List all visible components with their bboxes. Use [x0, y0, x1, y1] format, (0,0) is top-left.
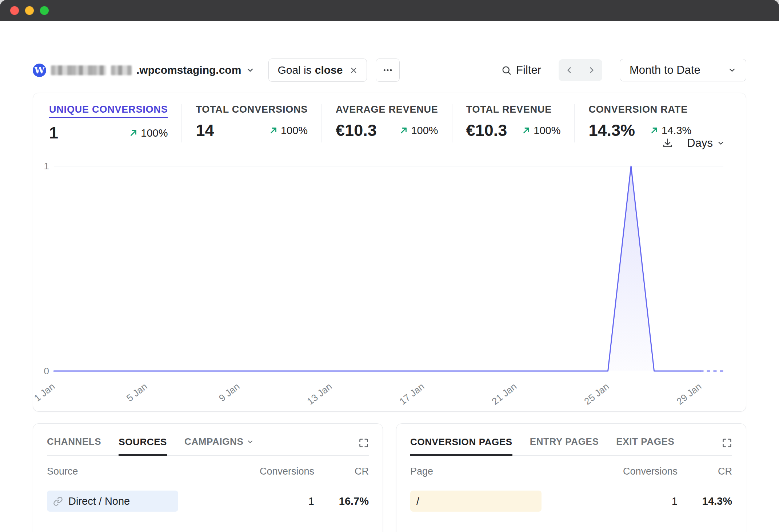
header-actions: Filter Month to Date [501, 59, 746, 81]
metric-average-revenue[interactable]: AVERAGE REVENUE €10.3 100% [321, 104, 452, 142]
filter-label: Filter [516, 64, 541, 77]
trend-up-icon [650, 126, 659, 135]
chevron-down-icon [717, 139, 725, 147]
x-axis-labels: 1 Jan5 Jan9 Jan13 Jan17 Jan21 Jan25 Jan2… [53, 381, 724, 421]
trend-up-icon [269, 126, 278, 135]
metric-total-revenue[interactable]: TOTAL REVENUE €10.3 100% [452, 104, 575, 142]
chevron-left-icon [565, 65, 574, 75]
ellipsis-icon [382, 65, 393, 76]
site-domain: .wpcomstaging.com [136, 64, 241, 76]
expand-panel-button[interactable] [722, 438, 732, 455]
row-share-bar [410, 491, 542, 512]
column-page: Page [410, 466, 598, 477]
metric-unique-conversions[interactable]: UNIQUE CONVERSIONS 1 100% [49, 104, 181, 142]
source-cr: 16.7% [314, 495, 369, 507]
x-axis-label: 1 Jan [32, 381, 57, 404]
metrics-card: UNIQUE CONVERSIONS 1 100% TOTAL CONVERSI… [33, 93, 746, 412]
x-axis-label: 9 Jan [217, 381, 242, 404]
column-cr: CR [314, 466, 369, 477]
tab-sources[interactable]: SOURCES [119, 436, 167, 456]
tab-conversion-pages[interactable]: CONVERSION PAGES [410, 436, 512, 456]
tab-campaigns[interactable]: CAMPAIGNS [184, 436, 254, 455]
metric-label: UNIQUE CONVERSIONS [49, 104, 168, 118]
metric-value: €10.3 [466, 121, 507, 140]
expand-panel-button[interactable] [359, 438, 369, 455]
column-conversions: Conversions [234, 466, 314, 477]
tab-campaigns-label: CAMPAIGNS [184, 436, 243, 447]
header-row: W .wpcomstaging.com Goal is close Fi [33, 59, 746, 82]
window-titlebar [0, 0, 779, 21]
pages-table-header: Page Conversions CR [410, 456, 732, 484]
bottom-row: CHANNELS SOURCES CAMPAIGNS Source Conver… [33, 423, 746, 532]
sources-table-header: Source Conversions CR [47, 456, 369, 484]
x-axis-label: 21 Jan [490, 381, 519, 407]
interval-select[interactable]: Days [687, 137, 725, 150]
pages-panel: CONVERSION PAGES ENTRY PAGES EXIT PAGES … [396, 423, 746, 532]
sources-panel: CHANNELS SOURCES CAMPAIGNS Source Conver… [33, 423, 383, 532]
link-icon [53, 496, 63, 506]
metric-total-conversions[interactable]: TOTAL CONVERSIONS 14 100% [181, 104, 321, 142]
metric-value: 14 [196, 121, 214, 140]
date-range-select[interactable]: Month to Date [620, 59, 746, 81]
column-conversions: Conversions [598, 466, 678, 477]
previous-period-button[interactable] [559, 59, 580, 81]
x-axis-label: 29 Jan [674, 381, 704, 407]
goal-filter-chip[interactable]: Goal is close [268, 59, 367, 82]
metric-change: 100% [281, 125, 308, 137]
table-row[interactable]: / 1 14.3% [410, 491, 732, 512]
x-axis-label: 13 Jan [305, 381, 334, 407]
download-icon [662, 138, 673, 149]
metric-value: €10.3 [336, 121, 377, 140]
minimize-window-button[interactable] [25, 6, 34, 15]
metric-value: 1 [49, 124, 58, 142]
metric-change: 100% [411, 125, 438, 137]
close-window-button[interactable] [10, 6, 19, 15]
app-window: W .wpcomstaging.com Goal is close Fi [0, 0, 779, 532]
download-button[interactable] [662, 138, 673, 149]
goal-filter-prefix: Goal is [277, 64, 311, 76]
x-axis-label: 5 Jan [124, 381, 149, 404]
date-pager [559, 59, 602, 81]
metric-value: 14.3% [588, 121, 635, 140]
x-axis-label: 25 Jan [582, 381, 611, 407]
metric-label: CONVERSION RATE [588, 104, 688, 115]
table-row[interactable]: Direct / None 1 16.7% [47, 491, 369, 512]
chart-controls: Days [662, 137, 725, 150]
page-cr: 14.3% [678, 495, 732, 507]
page-path: / [416, 495, 419, 507]
page-conversions: 1 [598, 495, 678, 507]
metrics-row: UNIQUE CONVERSIONS 1 100% TOTAL CONVERSI… [33, 93, 746, 142]
metric-label: TOTAL CONVERSIONS [196, 104, 308, 115]
more-options-button[interactable] [376, 59, 400, 82]
dashboard-content: W .wpcomstaging.com Goal is close Fi [0, 21, 779, 532]
pages-panel-tabs: CONVERSION PAGES ENTRY PAGES EXIT PAGES [410, 436, 732, 456]
metric-label: AVERAGE REVENUE [336, 104, 438, 115]
zoom-window-button[interactable] [40, 6, 49, 15]
trend-up-icon [399, 126, 408, 135]
chart-plot [53, 164, 724, 374]
next-period-button[interactable] [580, 59, 602, 81]
conversions-chart: 1 0 1 Jan5 Jan9 Jan13 Jan17 Jan21 Jan25 … [33, 164, 746, 403]
site-picker[interactable]: W .wpcomstaging.com [33, 64, 255, 77]
search-icon [501, 65, 512, 76]
filter-button[interactable]: Filter [501, 64, 541, 77]
metric-change: 100% [141, 127, 168, 139]
trend-up-icon [129, 128, 138, 138]
tab-exit-pages[interactable]: EXIT PAGES [616, 436, 674, 455]
site-name-redacted [111, 65, 132, 75]
metric-change: 100% [534, 125, 560, 137]
sources-panel-tabs: CHANNELS SOURCES CAMPAIGNS [47, 436, 369, 456]
tab-entry-pages[interactable]: ENTRY PAGES [530, 436, 599, 455]
remove-filter-button[interactable] [349, 66, 358, 74]
metric-change: 14.3% [662, 125, 691, 137]
metric-label: TOTAL REVENUE [466, 104, 552, 115]
source-name: Direct / None [68, 495, 130, 507]
chevron-down-icon [728, 66, 736, 74]
goal-filter-value: close [315, 64, 343, 76]
wordpress-logo-icon: W [33, 64, 46, 77]
source-conversions: 1 [234, 495, 314, 507]
interval-label: Days [687, 137, 713, 150]
close-icon [349, 66, 358, 74]
tab-channels[interactable]: CHANNELS [47, 436, 101, 455]
expand-icon [722, 438, 732, 448]
